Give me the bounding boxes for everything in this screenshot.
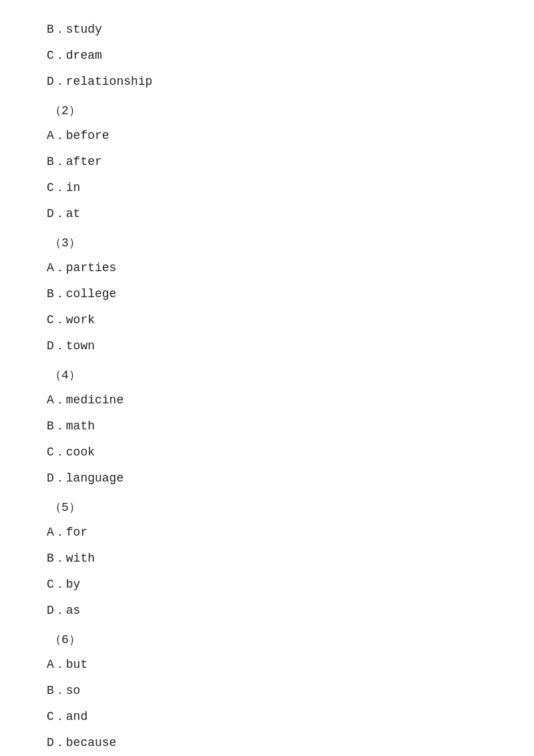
section6: （6） [47, 630, 487, 650]
a-parties: A．parties [47, 258, 487, 278]
section5: （5） [47, 498, 487, 518]
a-before: A．before [47, 126, 487, 146]
b-college: B．college [47, 285, 487, 304]
a-for: A．for [47, 523, 487, 542]
c-work: C．work [47, 311, 487, 330]
b-study: B．study [47, 20, 487, 39]
section4: （4） [47, 366, 487, 385]
section3: （3） [47, 234, 487, 253]
main-content: B．studyC．dreamD．relationship（2）A．beforeB… [0, 0, 534, 756]
b-so: B．so [47, 681, 487, 701]
c-cook: C．cook [47, 443, 487, 462]
d-at: D．at [47, 204, 487, 224]
c-in: C．in [47, 178, 487, 198]
a-but: A．but [47, 655, 487, 675]
b-after: B．after [47, 152, 487, 172]
d-because: D．because [47, 733, 487, 753]
d-as: D．as [47, 601, 487, 620]
d-language: D．language [47, 469, 487, 488]
c-by: C．by [47, 575, 487, 594]
section2: （2） [47, 102, 487, 121]
b-with: B．with [47, 549, 487, 568]
a-medicine: A．medicine [47, 391, 487, 410]
c-dream: C．dream [47, 46, 487, 65]
b-math: B．math [47, 417, 487, 436]
d-town: D．town [47, 337, 487, 356]
d-relationship: D．relationship [47, 72, 487, 91]
c-and: C．and [47, 707, 487, 727]
